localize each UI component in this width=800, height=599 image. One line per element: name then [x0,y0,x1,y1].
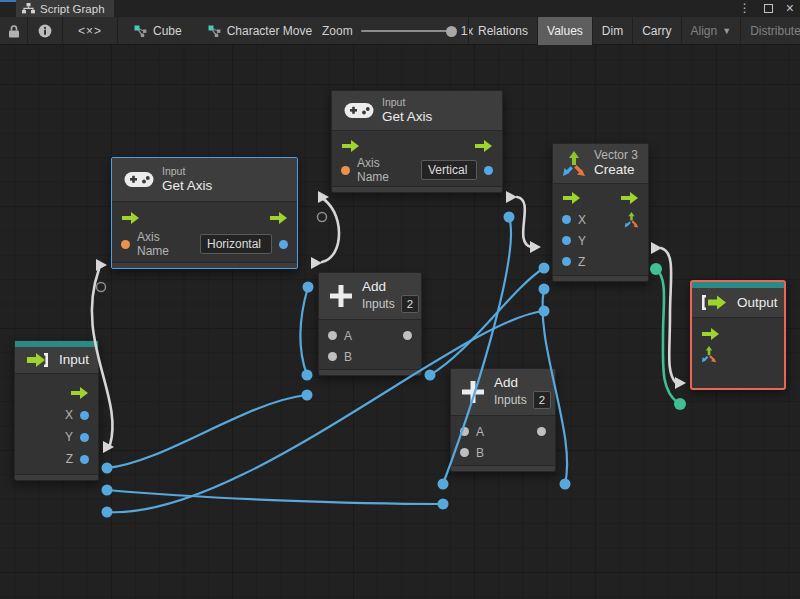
node-footer [112,262,297,268]
port-dot[interactable] [539,284,550,295]
port-unconnected[interactable] [97,283,106,292]
vector3-in-icon[interactable] [701,346,717,363]
port-value-out[interactable] [279,240,288,249]
toolbar: <×> Cube Character Move Zoom [0,17,800,45]
flow-out-arrow-icon[interactable] [620,192,639,204]
node-add-1[interactable]: Add Inputs 2 A B [318,272,422,376]
port-unconnected[interactable] [318,213,327,222]
port-dot[interactable] [303,282,314,293]
carry-button[interactable]: Carry [632,17,680,45]
align-dropdown[interactable]: Align▼ [681,17,741,45]
port-dot[interactable] [438,479,449,490]
node-get-axis-vertical[interactable]: Input Get Axis Axis Name [331,90,503,193]
more-menu-icon[interactable]: ⋮ [739,0,751,17]
port-sum-out[interactable] [537,427,546,436]
graph-node-icon [134,25,147,37]
port-dot[interactable] [438,499,449,510]
port-dot[interactable] [650,263,662,275]
port-z-in[interactable] [562,257,571,266]
flow-in-arrow-icon[interactable] [562,192,581,204]
port-dot[interactable] [102,463,113,474]
flow-in-arrow-icon[interactable] [701,328,720,340]
lock-icon [8,25,20,38]
vector3-out-icon[interactable] [624,212,639,228]
port-label: X [65,408,73,422]
flow-in-arrow-icon[interactable] [341,140,360,152]
inputs-label: Inputs [362,297,395,311]
flow-port-out[interactable] [506,191,517,203]
flow-port-in[interactable] [530,241,541,253]
node-subtitle: Vector 3 [594,149,638,162]
axis-name-field[interactable] [421,160,477,180]
distribute-dropdown[interactable]: Distribute▼ [740,17,800,45]
breadcrumb-cube[interactable]: Cube [134,24,182,38]
tab-script-graph[interactable]: Script Graph [16,0,114,17]
relations-button[interactable]: Relations [468,17,537,45]
port-axis-name-in[interactable] [341,166,350,175]
axis-name-field[interactable] [200,234,272,254]
values-button[interactable]: Values [537,17,592,45]
inputs-count-field[interactable]: 2 [533,391,551,409]
breadcrumb-label: Character Move [227,24,312,38]
inputs-count-field[interactable]: 2 [401,295,419,313]
port-label: Z [66,452,73,466]
node-input-unit[interactable]: Input X Y Z [14,340,99,481]
vector-port-dots [650,263,686,410]
flow-out-arrow-icon[interactable] [474,140,493,152]
port-a-in[interactable] [460,427,469,436]
port-b-in[interactable] [328,352,337,361]
zoom-slider[interactable] [361,30,453,32]
port-y-in[interactable] [562,236,571,245]
info-button[interactable] [28,17,63,45]
flow-port-in[interactable] [675,377,686,389]
port-x-out[interactable] [80,411,89,420]
port-x-in[interactable] [562,215,571,224]
port-dot[interactable] [102,485,113,496]
port-dot[interactable] [302,370,313,381]
flow-out-arrow-icon[interactable] [70,387,89,399]
flow-out-arrow-icon[interactable] [269,212,288,224]
node-add-2[interactable]: Add Inputs 2 A B [450,368,556,472]
flow-port-in[interactable] [318,191,329,203]
wire-add1-to-vector3-x [430,268,544,375]
port-label: Z [578,255,585,269]
breadcrumb-character-move[interactable]: Character Move [208,24,312,38]
vector3-icon [562,151,586,177]
flow-port-out[interactable] [651,242,662,254]
port-value-out[interactable] [484,166,493,175]
port-dot[interactable] [102,507,113,518]
dim-button[interactable]: Dim [592,17,632,45]
node-vector3-create[interactable]: Vector 3 Create X Y Z [552,143,649,282]
lock-button[interactable] [0,17,28,45]
port-dot[interactable] [504,212,515,223]
port-label: Y [65,430,73,444]
port-dot[interactable] [560,479,571,490]
port-z-out[interactable] [80,455,89,464]
zoom-slider-knob[interactable] [446,26,457,37]
node-get-axis-horizontal[interactable]: Input Get Axis Axis Name [111,157,298,269]
port-axis-name-in[interactable] [121,240,130,249]
port-dot[interactable] [425,370,436,381]
port-b-in[interactable] [460,448,469,457]
port-dot[interactable] [539,306,550,317]
node-output-unit[interactable]: Output [690,280,786,390]
port-dot[interactable] [302,390,313,401]
flow-port-out[interactable] [311,257,322,269]
flow-port-in[interactable] [96,259,107,271]
flow-port-out[interactable] [103,441,114,453]
port-sum-out[interactable] [403,331,412,340]
flow-in-arrow-icon[interactable] [121,212,140,224]
graph-canvas[interactable]: Input X Y Z Input Get Axis [0,45,800,599]
port-a-in[interactable] [328,331,337,340]
breadcrumb-label: Cube [153,24,182,38]
port-y-out[interactable] [80,433,89,442]
chevron-down-icon: ▼ [722,26,731,36]
node-subtitle: Input [382,96,432,109]
code-bracket-button[interactable]: <×> [63,17,118,45]
port-dot[interactable] [674,398,686,410]
node-footer [319,369,421,375]
output-unit-icon [701,294,729,311]
close-icon[interactable]: × [786,0,794,17]
maximize-icon[interactable] [764,4,773,13]
port-dot[interactable] [539,263,550,274]
